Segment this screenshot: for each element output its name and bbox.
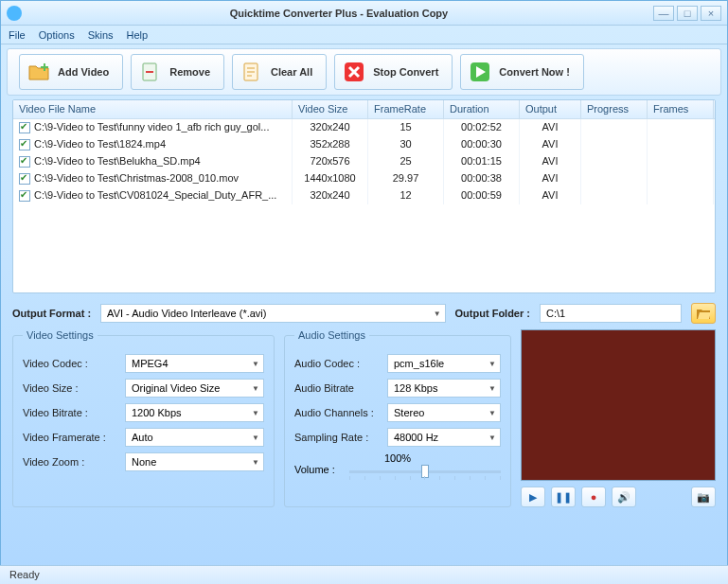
grid-header: Video File Name Video Size FrameRate Dur… [13,100,715,119]
video-size-select[interactable]: Original Video Size [125,379,264,398]
add-video-label: Add Video [58,66,109,78]
record-stop-button[interactable]: ● [581,487,606,507]
sampling-rate-label: Sampling Rate : [294,432,380,443]
table-row[interactable]: C:\9-Video to Test\CV081024_Special_Duty… [13,187,715,204]
clear-all-button[interactable]: Clear All [232,54,327,90]
col-size[interactable]: Video Size [293,100,368,118]
col-fps[interactable]: FrameRate [368,100,444,118]
statusbar: Ready [0,565,728,584]
menu-help[interactable]: Help [127,29,149,41]
titlebar: Quicktime Converter Plus - Evaluation Co… [1,1,727,26]
folder-plus-icon [27,61,50,83]
add-video-button[interactable]: Add Video [19,54,123,90]
remove-button[interactable]: Remove [131,54,224,90]
app-icon [7,6,22,21]
audio-codec-label: Audio Codec : [294,358,380,369]
menu-file[interactable]: File [9,29,26,41]
play-button[interactable]: ▶ [521,487,545,507]
video-size-label: Video Size : [23,382,117,394]
sampling-rate-select[interactable]: 48000 Hz [387,428,501,447]
stop-icon [343,61,365,83]
row-checkbox[interactable] [19,156,30,168]
convert-icon [469,61,491,83]
video-codec-label: Video Codec : [23,358,117,369]
status-text: Ready [9,569,40,580]
audio-bitrate-select[interactable]: 128 Kbps [387,379,501,398]
audio-channels-label: Audio Channels : [294,407,380,418]
volume-slider[interactable] [349,470,501,473]
video-bitrate-select[interactable]: 1200 Kbps [125,403,264,422]
snapshot-button[interactable]: 📷 [691,487,716,507]
sound-button[interactable]: 🔊 [612,487,636,507]
video-settings-group: Video Settings Video Codec :MPEG4 Video … [12,329,275,507]
menubar: File Options Skins Help [1,26,727,44]
video-settings-legend: Video Settings [23,329,98,341]
remove-icon [139,61,162,83]
col-name[interactable]: Video File Name [13,100,293,118]
video-zoom-select[interactable]: None [125,452,264,471]
file-grid: Video File Name Video Size FrameRate Dur… [12,99,716,293]
maximize-button[interactable]: □ [677,6,698,21]
output-folder-label: Output Folder : [455,308,530,319]
table-row[interactable]: C:\9-Video to Test\1824.mp4352x2883000:0… [13,136,715,153]
toolbar: Add Video Remove Clear All Stop Convert … [7,48,721,96]
menu-options[interactable]: Options [39,29,75,41]
menu-skins[interactable]: Skins [88,29,114,41]
video-codec-select[interactable]: MPEG4 [125,354,264,373]
clear-all-label: Clear All [271,66,312,78]
row-checkbox[interactable] [19,190,30,202]
convert-now-label: Convert Now ! [499,66,570,78]
output-folder-input[interactable]: C:\1 [540,304,682,323]
audio-settings-group: Audio Settings Audio Codec :pcm_s16le Au… [284,329,511,507]
col-out[interactable]: Output [520,100,581,118]
preview-controls: ▶ ❚❚ ● 🔊 📷 [521,487,716,507]
remove-label: Remove [169,66,210,78]
pause-button[interactable]: ❚❚ [551,487,576,507]
output-format-select[interactable]: AVI - Audio Video Interleave (*.avi) [100,304,445,323]
browse-folder-button[interactable] [691,303,716,324]
col-frames[interactable]: Frames [648,100,714,118]
table-row[interactable]: C:\9-Video to Test\Belukha_SD.mp4720x576… [13,153,715,170]
col-prog[interactable]: Progress [581,100,648,118]
folder-open-icon [696,307,711,320]
output-format-label: Output Format : [12,308,91,319]
settings-row: Video Settings Video Codec :MPEG4 Video … [12,329,716,507]
stop-convert-button[interactable]: Stop Convert [334,54,453,90]
preview-pane [521,329,716,481]
audio-bitrate-label: Audio Bitrate [294,382,380,394]
convert-now-button[interactable]: Convert Now ! [460,54,584,90]
row-checkbox[interactable] [19,139,30,150]
window-title: Quicktime Converter Plus - Evaluation Co… [27,8,650,19]
col-dur[interactable]: Duration [444,100,520,118]
video-bitrate-label: Video Bitrate : [23,407,117,418]
row-checkbox[interactable] [19,122,30,133]
video-framerate-label: Video Framerate : [23,432,117,443]
minimize-button[interactable]: — [653,6,674,21]
video-framerate-select[interactable]: Auto [125,428,264,447]
audio-channels-select[interactable]: Stereo [387,403,501,422]
volume-label: Volume : [294,464,342,475]
output-format-row: Output Format : AVI - Audio Video Interl… [12,303,716,324]
preview-column: ▶ ❚❚ ● 🔊 📷 [521,329,716,507]
audio-settings-legend: Audio Settings [294,329,369,341]
row-checkbox[interactable] [19,173,30,185]
close-button[interactable]: × [701,6,721,21]
volume-control: 100% Volume : [294,452,501,475]
clear-icon [240,61,263,83]
volume-percent: 100% [384,452,411,464]
audio-codec-select[interactable]: pcm_s16le [387,354,501,373]
stop-convert-label: Stop Convert [373,66,438,78]
table-row[interactable]: C:\9-Video to Test\funny video 1_afb ric… [13,119,715,136]
table-row[interactable]: C:\9-Video to Test\Christmas-2008_010.mo… [13,170,715,187]
video-zoom-label: Video Zoom : [23,456,117,468]
